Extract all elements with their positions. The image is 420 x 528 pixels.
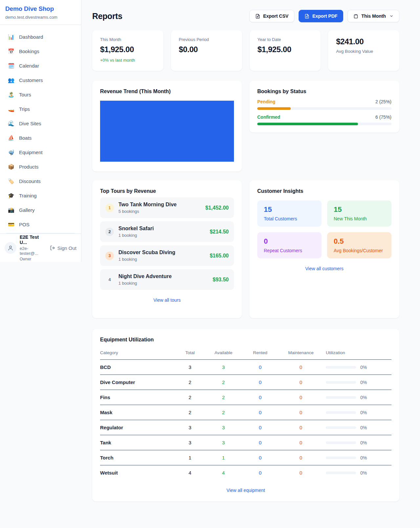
sidebar-item-customers[interactable]: 👥Customers <box>4 74 77 86</box>
stat-card-previous-period: Previous Period $0.00 <box>171 30 242 71</box>
status-row-confirmed: Confirmed 6 (75%) <box>257 114 391 125</box>
stat-label: Year to Date <box>258 37 313 42</box>
equipment-total: 4 <box>175 465 205 480</box>
table-row: Torch 1 1 0 0 0% <box>100 450 391 465</box>
sidebar-item-label: Equipment <box>19 150 43 155</box>
tour-name: Discover Scuba Diving <box>118 250 205 255</box>
list-item: 4 Night Dive Adventure1 booking $93.50 <box>100 269 234 290</box>
stat-label: Previous Period <box>179 37 234 42</box>
utilization-percent: 0% <box>360 455 367 460</box>
equipment-rented: 0 <box>242 405 279 420</box>
tour-bookings: 5 bookings <box>118 209 201 214</box>
utilization-percent: 0% <box>360 425 367 430</box>
tour-name: Snorkel Safari <box>118 226 205 232</box>
utilization-bar <box>326 411 356 414</box>
card-title: Equipment Utilization <box>100 337 391 343</box>
stats-row: This Month $1,925.00 +0% vs last month P… <box>92 30 399 71</box>
card-title: Customer Insights <box>257 188 391 194</box>
sidebar-item-dive-sites[interactable]: 🌊Dive Sites <box>4 117 77 130</box>
sidebar-item-label: Discounts <box>19 178 41 184</box>
sidebar-item-tours[interactable]: 🏝️Tours <box>4 89 77 101</box>
sidebar-item-products[interactable]: 📦Products <box>4 161 77 173</box>
equipment-utilization-card: Equipment Utilization Category Total Ava… <box>92 329 399 501</box>
stat-label: This Month <box>100 37 156 42</box>
file-download-icon <box>255 14 260 19</box>
brand-block: Demo Dive Shop demo.test.divestreams.com <box>0 0 81 25</box>
tour-revenue: $214.50 <box>210 229 229 235</box>
revenue-trend-card: Revenue Trend (This Month) <box>92 81 242 172</box>
utilization-percent: 0% <box>360 440 367 445</box>
equipment-rented: 0 <box>242 375 279 390</box>
sidebar-item-discounts[interactable]: 🏷️Discounts <box>4 175 77 187</box>
equipment-available: 3 <box>205 420 242 435</box>
logout-icon <box>50 245 55 251</box>
tile-repeat-customers: 0 Repeat Customers <box>257 232 322 258</box>
status-count: 6 (75%) <box>375 114 391 120</box>
equipment-total: 2 <box>175 405 205 420</box>
tile-label: Repeat Customers <box>264 248 315 253</box>
view-all-tours-link[interactable]: View all tours <box>100 297 234 303</box>
utilization-bar <box>326 381 356 384</box>
equipment-rented: 0 <box>242 465 279 480</box>
equipment-rented: 0 <box>242 450 279 465</box>
sidebar-item-pos[interactable]: 💳POS <box>4 218 77 231</box>
wave-icon: 🌊 <box>8 120 14 127</box>
export-pdf-button[interactable]: Export PDF <box>299 10 343 22</box>
utilization-percent: 0% <box>360 395 367 400</box>
sidebar-item-training[interactable]: 🎓Training <box>4 190 77 202</box>
sidebar-item-dashboard[interactable]: 📊Dashboard <box>4 31 77 43</box>
export-pdf-label: Export PDF <box>312 13 337 19</box>
sidebar-item-gallery[interactable]: 📸Gallery <box>4 204 77 216</box>
equipment-category: Wetsuit <box>100 465 175 480</box>
sidebar-item-label: Training <box>19 193 37 198</box>
period-label: This Month <box>361 13 386 19</box>
equipment-category: Fins <box>100 390 175 405</box>
sidebar-item-label: Customers <box>19 77 43 83</box>
equipment-rented: 0 <box>242 435 279 450</box>
stat-value: $1,925.00 <box>100 45 156 54</box>
list-item: 1 Two Tank Morning Dive5 bookings $1,452… <box>100 197 234 218</box>
export-csv-button[interactable]: Export CSV <box>249 10 294 22</box>
table-row: Fins 2 2 0 0 0% <box>100 390 391 405</box>
equipment-available: 4 <box>205 465 242 480</box>
equipment-maintenance: 0 <box>279 420 323 435</box>
calendar-date-icon: 📅 <box>8 48 14 54</box>
file-download-icon <box>304 14 309 19</box>
tour-name: Two Tank Morning Dive <box>118 202 201 208</box>
status-label: Pending <box>257 99 275 104</box>
utilization-percent: 0% <box>360 470 367 476</box>
rank-badge: 4 <box>105 275 114 284</box>
sign-out-button[interactable]: Sign Out <box>50 245 76 251</box>
table-header-row: Category Total Available Rented Maintena… <box>100 347 391 360</box>
sidebar-item-boats[interactable]: ⛵Boats <box>4 132 77 144</box>
equipment-category: Regulator <box>100 420 175 435</box>
status-count: 2 (25%) <box>375 99 391 104</box>
equipment-table: Category Total Available Rented Maintena… <box>100 347 391 480</box>
view-all-customers-link[interactable]: View all customers <box>257 266 391 271</box>
utilization-bar <box>326 396 356 399</box>
period-dropdown[interactable]: This Month <box>347 10 399 22</box>
tile-value: 0 <box>264 237 315 246</box>
sidebar-item-trips[interactable]: 🚤Trips <box>4 103 77 115</box>
sidebar-item-label: Tours <box>19 92 31 97</box>
avatar <box>5 242 16 254</box>
view-all-equipment-link[interactable]: View all equipment <box>100 488 391 493</box>
sidebar-item-equipment[interactable]: 🤿Equipment <box>4 146 77 158</box>
status-label: Confirmed <box>257 114 280 120</box>
utilization-percent: 0% <box>360 380 367 385</box>
table-row: Mask 2 2 0 0 0% <box>100 405 391 420</box>
equipment-maintenance: 0 <box>279 450 323 465</box>
equipment-maintenance: 0 <box>279 405 323 420</box>
sidebar-item-calendar[interactable]: 🗓️Calendar <box>4 60 77 72</box>
page-header: Reports Export CSV Export PDF This Month <box>92 10 399 22</box>
equipment-category: Tank <box>100 435 175 450</box>
equipment-total: 2 <box>175 375 205 390</box>
user-email: e2e-tester@... <box>20 246 47 256</box>
user-name: E2E Test U... <box>20 234 47 245</box>
sidebar-item-bookings[interactable]: 📅Bookings <box>4 45 77 57</box>
equipment-total: 2 <box>175 390 205 405</box>
column-header: Rented <box>242 347 279 360</box>
bar-chart-icon: 📊 <box>8 34 14 40</box>
tour-revenue: $1,452.00 <box>205 205 229 211</box>
sidebar: Demo Dive Shop demo.test.divestreams.com… <box>0 0 81 262</box>
